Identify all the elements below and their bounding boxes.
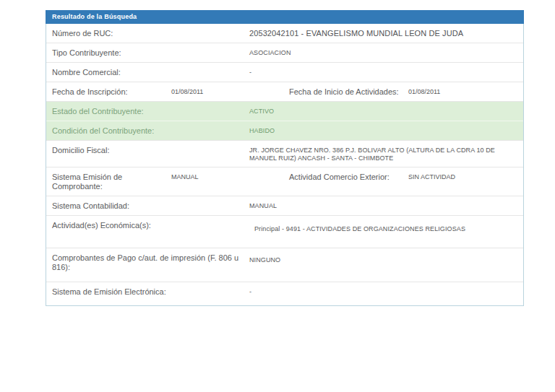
field-value-domicilio-fiscal: JR. JORGE CHAVEZ NRO. 386 P.J. BOLIVAR A… — [249, 141, 523, 167]
field-label-actividad-comercio-exterior: Actividad Comercio Exterior: — [289, 167, 408, 196]
field-label-ruc: Número de RUC: — [46, 24, 249, 43]
row-condicion-contribuyente: Condición del Contribuyente: HABIDO — [46, 121, 523, 141]
field-value-sistema-emision: MANUAL — [171, 167, 289, 196]
field-label-sistema-emision: Sistema Emisión de Comprobante: — [46, 167, 171, 196]
row-domicilio-fiscal: Domicilio Fiscal: JR. JORGE CHAVEZ NRO. … — [46, 141, 523, 167]
field-value-actividad-comercio-exterior: SIN ACTIVIDAD — [408, 167, 523, 196]
field-label-estado: Estado del Contribuyente: — [46, 102, 249, 121]
row-comprobantes-pago: Comprobantes de Pago c/aut. de impresión… — [46, 248, 523, 282]
field-label-comprobantes-pago: Comprobantes de Pago c/aut. de impresión… — [46, 248, 249, 282]
row-sistema-emision-electronica: Sistema de Emisión Electrónica: - — [46, 282, 523, 305]
panel-header: Resultado de la Búsqueda — [46, 10, 524, 24]
row-estado-contribuyente: Estado del Contribuyente: ACTIVO — [46, 102, 523, 121]
panel-title: Resultado de la Búsqueda — [52, 13, 137, 20]
field-label-actividades-economicas: Actividad(es) Económica(s): — [46, 216, 249, 248]
field-label-fecha-inicio-actividades: Fecha de Inicio de Actividades: — [289, 82, 408, 101]
field-label-condicion: Condición del Contribuyente: — [46, 121, 249, 140]
field-label-nombre-comercial: Nombre Comercial: — [46, 63, 249, 82]
field-value-actividades-economicas: Principal - 9491 - ACTIVIDADES DE ORGANI… — [249, 216, 523, 248]
search-result-panel: Resultado de la Búsqueda Número de RUC: … — [46, 10, 524, 306]
field-value-ruc: 20532042101 - EVANGELISMO MUNDIAL LEON D… — [249, 24, 523, 43]
row-actividades-economicas: Actividad(es) Económica(s): Principal - … — [46, 216, 523, 248]
row-tipo-contribuyente: Tipo Contribuyente: ASOCIACION — [46, 43, 523, 63]
row-fechas: Fecha de Inscripción: 01/08/2011 Fecha d… — [46, 82, 523, 102]
status-badge-condicion: HABIDO — [249, 121, 523, 140]
field-label-tipo-contribuyente: Tipo Contribuyente: — [46, 43, 249, 62]
field-value-comprobantes-pago: NINGUNO — [249, 248, 523, 282]
field-value-fecha-inscripcion: 01/08/2011 — [171, 82, 289, 101]
row-sistema-contabilidad: Sistema Contabilidad: MANUAL — [46, 196, 523, 216]
field-label-fecha-inscripcion: Fecha de Inscripción: — [46, 82, 171, 101]
field-value-tipo-contribuyente: ASOCIACION — [249, 43, 523, 62]
row-sistema-emision-comprobante: Sistema Emisión de Comprobante: MANUAL A… — [46, 167, 523, 196]
field-label-sistema-contabilidad: Sistema Contabilidad: — [46, 196, 249, 215]
field-label-emision-electronica: Sistema de Emisión Electrónica: — [46, 282, 249, 305]
field-value-fecha-inicio-actividades: 01/08/2011 — [408, 82, 523, 101]
field-label-domicilio-fiscal: Domicilio Fiscal: — [46, 141, 249, 167]
row-nombre-comercial: Nombre Comercial: - — [46, 63, 523, 82]
status-badge-estado: ACTIVO — [249, 102, 523, 121]
field-value-sistema-contabilidad: MANUAL — [249, 196, 523, 215]
field-value-emision-electronica: - — [249, 282, 523, 305]
field-value-nombre-comercial: - — [249, 63, 523, 82]
row-ruc: Número de RUC: 20532042101 - EVANGELISMO… — [46, 24, 523, 43]
